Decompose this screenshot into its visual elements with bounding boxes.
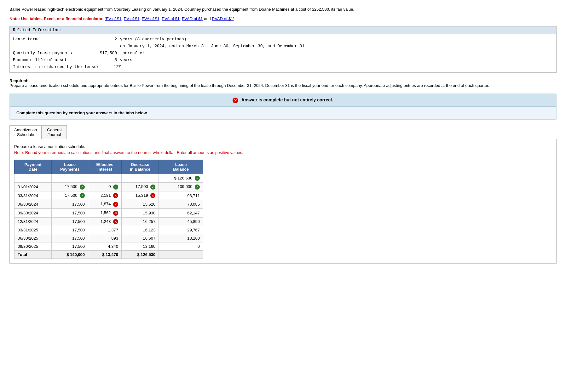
lease-term-unit: years (8 quarterly periods) — [120, 36, 187, 43]
check-icon: ✓ — [195, 176, 200, 181]
answer-banner: ✕ Answer is complete but not entirely co… — [10, 94, 556, 106]
cell-decrease-8[interactable]: 13,160 — [122, 242, 159, 251]
cell-decrease-2[interactable]: 15,319 ✕ — [122, 191, 159, 200]
cell-interest-8[interactable]: 4,340 — [88, 242, 122, 251]
x-icon: ✕ — [113, 193, 118, 198]
cell-interest-3[interactable]: 1,874 ✕ — [88, 200, 122, 209]
interest-rate-value: 12% — [99, 64, 124, 71]
cell-date-3: 06/30/2024 — [14, 200, 52, 209]
required-text: Prepare a lease amortization schedule an… — [9, 83, 557, 88]
lease-term-label: Lease term — [13, 36, 95, 43]
cell-payments-6[interactable]: 17,500 — [52, 226, 88, 234]
lease-term-value2 — [95, 43, 120, 50]
cell-payments-2[interactable]: 17,500 ✓ — [52, 191, 88, 200]
intro-note: Note: Use tables, Excel, or a financial … — [9, 16, 557, 22]
payments-value: $17,500 — [95, 50, 120, 57]
fv-link[interactable]: FV of $1 — [106, 16, 121, 21]
cell-payments-7[interactable]: 17,500 — [52, 234, 88, 242]
fvad-link[interactable]: FVAD of $1 — [182, 16, 203, 21]
required-heading: Required: — [9, 78, 29, 83]
cell-interest-2[interactable]: 2,181 ✕ — [88, 191, 122, 200]
table-row: 03/31/2025 17,500 1,377 16,123 29,767 — [14, 226, 203, 234]
cell-payments-8[interactable]: 17,500 — [52, 242, 88, 251]
amortization-table: PaymentDate LeasePayments EffectiveInter… — [14, 160, 203, 259]
tab-note-text: Note: Round your intermediate calculatio… — [14, 150, 243, 155]
cell-date-4: 09/30/2024 — [14, 209, 52, 218]
economic-life-value: 5 — [95, 57, 120, 64]
cell-decrease-6[interactable]: 16,123 — [122, 226, 159, 234]
pva-link[interactable]: PVA of $1 — [162, 16, 180, 21]
lease-dates-note: on January 1, 2024, and on March 31, Jun… — [120, 43, 304, 50]
fva-link[interactable]: FVA of $1 — [142, 16, 159, 21]
cell-payments-5[interactable]: 17,500 — [52, 217, 88, 226]
x-icon: ✕ — [113, 219, 118, 224]
cell-interest-5[interactable]: 1,243 ✕ — [88, 217, 122, 226]
table-row: 12/31/2024 17,500 1,243 ✕ 16,257 45,890 — [14, 217, 203, 226]
cell-interest-4[interactable]: 1,562 ✕ — [88, 209, 122, 218]
payments-unit: thereafter — [120, 50, 145, 57]
col-header-balance: LeaseBalance — [159, 160, 203, 174]
total-balance — [159, 251, 203, 259]
table-row: 09/30/2024 17,500 1,562 ✕ 15,938 62,147 — [14, 209, 203, 218]
cell-balance-8: 0 — [159, 242, 203, 251]
cell-interest-0 — [88, 174, 122, 183]
cell-decrease-4[interactable]: 15,938 — [122, 209, 159, 218]
col-header-payments: LeasePayments — [52, 160, 88, 174]
cell-payments-1[interactable]: 17,500 ✓ — [52, 183, 88, 191]
cell-balance-7: 13,160 — [159, 234, 203, 242]
total-interest: $ 13,470 — [88, 251, 122, 259]
cell-decrease-0 — [122, 174, 159, 183]
payments-label: Quarterly lease payments — [13, 50, 95, 57]
table-row: 01/01/2024 17,500 ✓ 0 ✓ 17,500 ✓ 109,03 — [14, 183, 203, 191]
economic-life-unit: years — [120, 57, 132, 64]
cell-payments-3[interactable]: 17,500 — [52, 200, 88, 209]
related-info-body: Lease term 2 years (8 quarterly periods)… — [10, 34, 556, 72]
cell-balance-1: 109,030 ✓ — [159, 183, 203, 191]
check-icon: ✓ — [150, 185, 155, 190]
cell-date-7: 06/30/2025 — [14, 234, 52, 242]
check-icon: ✓ — [80, 193, 85, 198]
note-links: (FV of $1, PV of $1, FVA of $1, PVA of $… — [105, 16, 234, 21]
cell-decrease-1[interactable]: 17,500 ✓ — [122, 183, 159, 191]
note-label: Note: Use tables, Excel, or a financial … — [9, 16, 103, 21]
table-row: 03/31/2024 17,500 ✓ 2,181 ✕ 15,319 ✕ 93,… — [14, 191, 203, 200]
total-payments: $ 140,000 — [52, 251, 88, 259]
tabs-row: AmortizationSchedule GeneralJournal — [9, 125, 557, 139]
pvad-link[interactable]: PVAD of $1 — [212, 16, 233, 21]
lease-term-label2 — [13, 43, 95, 50]
cell-balance-3: 78,085 — [159, 200, 203, 209]
related-info-box: Related Information: Lease term 2 years … — [9, 26, 557, 73]
cell-payments-4[interactable]: 17,500 — [52, 209, 88, 218]
cell-balance-6: 29,767 — [159, 226, 203, 234]
cell-date-5: 12/31/2024 — [14, 217, 52, 226]
complete-instruction: Complete this question by entering your … — [10, 107, 556, 119]
related-info-header: Related Information: — [10, 26, 556, 34]
cell-interest-1[interactable]: 0 ✓ — [88, 183, 122, 191]
cell-date-6: 03/31/2025 — [14, 226, 52, 234]
check-icon: ✓ — [113, 185, 118, 190]
tab-general-journal[interactable]: GeneralJournal — [42, 125, 67, 139]
table-row: 09/30/2025 17,500 4,340 13,160 0 — [14, 242, 203, 251]
cell-balance-5: 45,890 — [159, 217, 203, 226]
table-total-row: Total $ 140,000 $ 13,470 $ 126,530 — [14, 251, 203, 259]
intro-paragraph: Baillie Power leased high-tech electroni… — [9, 6, 557, 13]
cell-decrease-3[interactable]: 15,626 — [122, 200, 159, 209]
col-header-decrease: Decreasein Balance — [122, 160, 159, 174]
cell-decrease-7[interactable]: 16,607 — [122, 234, 159, 242]
tab-amortization-schedule[interactable]: AmortizationSchedule — [9, 125, 42, 139]
cell-date-1: 01/01/2024 — [14, 183, 52, 191]
check-icon: ✓ — [195, 185, 200, 190]
cell-payments-0 — [52, 174, 88, 183]
lease-term-value: 2 — [95, 36, 120, 43]
pv-link[interactable]: PV of $1 — [124, 16, 140, 21]
cell-balance-0: $ 126,530 ✓ — [159, 174, 203, 183]
cell-balance-4: 62,147 — [159, 209, 203, 218]
economic-life-label: Economic life of asset — [13, 57, 95, 64]
cell-decrease-5[interactable]: 16,257 — [122, 217, 159, 226]
answer-box: ✕ Answer is complete but not entirely co… — [9, 94, 557, 119]
total-label: Total — [14, 251, 52, 259]
interest-rate-label: Interest rate charged by the lessor — [13, 64, 99, 71]
answer-banner-text: Answer is complete but not entirely corr… — [241, 97, 333, 102]
cell-interest-7[interactable]: 893 — [88, 234, 122, 242]
cell-interest-6[interactable]: 1,377 — [88, 226, 122, 234]
